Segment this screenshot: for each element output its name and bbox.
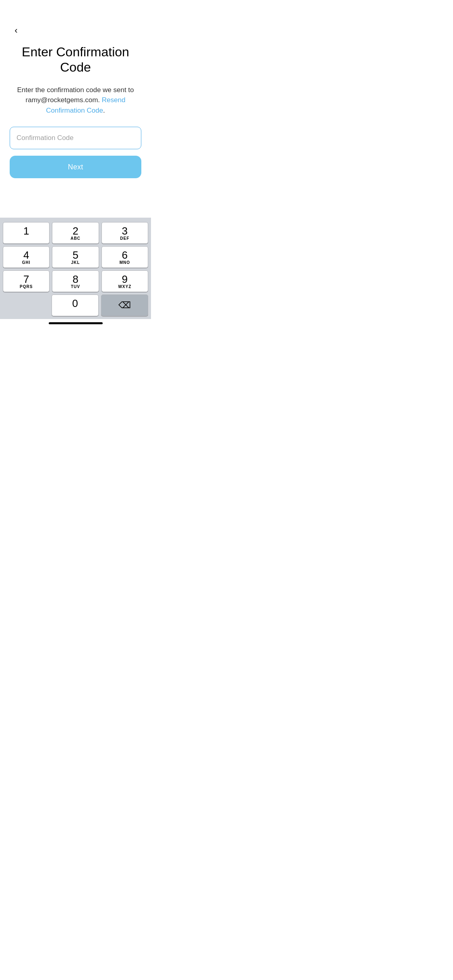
key-6[interactable]: 6 MNO <box>101 246 148 268</box>
key-0[interactable]: 0 <box>52 294 99 316</box>
keyboard-row-2: 4 GHI 5 JKL 6 MNO <box>2 245 149 269</box>
key-1[interactable]: 1 <box>3 222 50 244</box>
key-2[interactable]: 2 ABC <box>52 222 99 244</box>
key-8[interactable]: 8 TUV <box>52 270 99 292</box>
keyboard-row-4: 0 ⌫ <box>2 293 149 317</box>
confirmation-code-container <box>10 127 141 149</box>
key-delete[interactable]: ⌫ <box>101 294 148 316</box>
screen: ‹ Enter Confirmation Code Enter the conf… <box>0 0 151 327</box>
key-9[interactable]: 9 WXYZ <box>101 270 148 292</box>
confirmation-code-input[interactable] <box>10 127 141 149</box>
delete-icon: ⌫ <box>118 300 131 311</box>
keyboard-row-3: 7 PQRS 8 TUV 9 WXYZ <box>2 269 149 293</box>
key-empty <box>3 294 49 316</box>
key-5[interactable]: 5 JKL <box>52 246 99 268</box>
description: Enter the confirmation code we sent to r… <box>10 85 141 116</box>
key-4[interactable]: 4 GHI <box>3 246 50 268</box>
key-7[interactable]: 7 PQRS <box>3 270 50 292</box>
keyboard-row-1: 1 2 ABC 3 DEF <box>2 221 149 245</box>
keyboard: 1 2 ABC 3 DEF 4 GHI 5 JKL 6 <box>0 218 151 319</box>
key-3[interactable]: 3 DEF <box>101 222 148 244</box>
home-indicator <box>0 319 151 327</box>
page-title: Enter Confirmation Code <box>10 44 141 75</box>
next-button[interactable]: Next <box>10 156 141 178</box>
back-icon: ‹ <box>14 26 17 35</box>
back-button[interactable]: ‹ <box>8 23 24 39</box>
home-bar <box>49 322 103 324</box>
